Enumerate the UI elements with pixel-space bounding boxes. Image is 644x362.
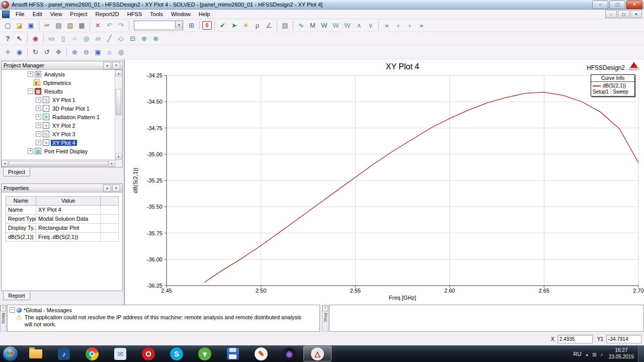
delete-icon[interactable]: ✕	[93, 20, 103, 31]
menu-help[interactable]: Help	[195, 10, 214, 19]
wave-peak-icon[interactable]: ∧	[354, 20, 364, 31]
property-value[interactable]: XY Plot 4	[36, 206, 101, 215]
scroll-thumb[interactable]	[9, 161, 108, 166]
wave-w1-icon[interactable]: W	[319, 20, 330, 31]
draw-polyline-icon[interactable]: ◇	[116, 33, 126, 44]
message-group-header[interactable]: − *Global - Messages	[10, 307, 317, 313]
zoom-window-icon[interactable]: ▣	[93, 47, 103, 57]
rotate-ccw-icon[interactable]: ↺	[42, 47, 52, 57]
globe-icon[interactable]: ◉	[14, 47, 25, 57]
show-desktop-button[interactable]	[638, 345, 644, 362]
expand-icon[interactable]: +	[36, 114, 41, 120]
tray-volume-icon[interactable]: ♪	[598, 352, 605, 357]
tray-network-icon[interactable]: ▥	[590, 352, 599, 357]
scroll-up-icon[interactable]: ▴	[115, 70, 122, 76]
tree-item-label[interactable]: XY Plot 1	[51, 97, 77, 103]
panel-collapse-icon[interactable]: ▴	[103, 62, 111, 69]
menu-window[interactable]: Window	[167, 10, 195, 19]
skype-icon[interactable]: S	[163, 345, 191, 362]
help-icon[interactable]: ?	[3, 33, 13, 44]
messages-side-tab[interactable]: ✕ Mess	[0, 305, 7, 332]
tree-item-label[interactable]: Results	[43, 88, 64, 95]
tree-item-label[interactable]: Port Field Display	[43, 148, 89, 154]
expand-icon[interactable]: +	[36, 131, 41, 137]
downloader-icon[interactable]: ▾	[191, 345, 219, 362]
scroll-left-icon[interactable]: ◂	[2, 160, 8, 167]
coordinate-axes-icon[interactable]: ✛	[3, 47, 13, 57]
menu-view[interactable]: View	[46, 10, 66, 19]
expand-icon[interactable]: +	[36, 123, 41, 128]
combo-arrow-icon[interactable]: ▾	[175, 21, 183, 29]
explorer-folder-icon[interactable]	[22, 345, 50, 362]
property-value[interactable]: Freq .dB(S(2,1))	[36, 233, 101, 242]
mdi-close-button[interactable]: ✕	[630, 10, 642, 18]
tree-item-analysis[interactable]: +⚙Analysis	[2, 70, 115, 78]
wave-w2-icon[interactable]: W	[331, 20, 341, 31]
last-arrow-icon[interactable]: »	[416, 20, 427, 31]
tree-item-label[interactable]: Optimetrics	[42, 80, 73, 86]
tree-item-label[interactable]: XY Plot 3	[51, 131, 77, 137]
draw-circle-icon[interactable]: ◎	[81, 33, 92, 44]
collapse-icon[interactable]: −	[28, 88, 33, 94]
tree-item-label[interactable]: XY Plot 4	[51, 140, 77, 146]
cut-icon[interactable]: ✂	[42, 20, 52, 31]
tree-item-3d-polar-plot-1[interactable]: +◔3D Polar Plot 1	[2, 104, 115, 113]
property-value[interactable]: Rectangular Plot	[36, 224, 101, 233]
backup-save-icon[interactable]	[219, 345, 247, 362]
menu-report2d[interactable]: Report2D	[92, 10, 123, 19]
tab-close-icon[interactable]: ✕	[323, 306, 328, 311]
tree-horizontal-scrollbar[interactable]: ◂ ▸	[2, 159, 115, 167]
tree-item-port-field-display[interactable]: +▥Port Field Display	[2, 147, 115, 155]
wave-m-icon[interactable]: M	[307, 20, 318, 31]
opera-icon[interactable]: O	[134, 345, 163, 362]
undo-icon[interactable]: ↶	[104, 20, 115, 31]
start-button[interactable]	[3, 346, 18, 361]
tree-item-xy-plot-2[interactable]: +∿XY Plot 2	[2, 121, 115, 130]
zero-order-icon[interactable]: 0	[202, 21, 212, 30]
notes-icon[interactable]: ▤	[280, 20, 290, 31]
intersect-icon[interactable]: ⊗	[150, 33, 161, 44]
spin-solve-icon[interactable]: ◉	[30, 33, 41, 44]
model-grid-icon[interactable]: ⊞	[186, 20, 197, 31]
menu-tools[interactable]: Tools	[146, 10, 167, 19]
zoom-in-icon[interactable]: ⊕	[69, 47, 80, 57]
fit-all-icon[interactable]: ⌂	[104, 47, 115, 57]
zoom-out-icon[interactable]: ⊖	[81, 47, 92, 57]
draw-box-icon[interactable]: ▭	[46, 33, 57, 44]
hfss-taskbar-icon[interactable]: △	[303, 346, 332, 361]
new-file-icon[interactable]: ▢	[3, 20, 13, 31]
panel-close-icon[interactable]: ✕	[112, 62, 120, 69]
menu-hfss[interactable]: HFSS	[123, 10, 146, 19]
tree-item-xy-plot-4[interactable]: +∿XY Plot 4	[2, 138, 115, 147]
tab-report[interactable]: Report	[3, 291, 30, 300]
scroll-thumb[interactable]	[116, 89, 121, 115]
prev-arrow-icon[interactable]: ‹	[393, 20, 404, 31]
tree-item-radiation-pattern-1[interactable]: +✳Radiation Pattern 1	[2, 113, 115, 121]
tab-close-icon[interactable]: ✕	[1, 306, 6, 311]
tree-item-optimetrics[interactable]: ◧Optimetrics	[2, 78, 115, 87]
panel-collapse-icon[interactable]: ▴	[103, 185, 111, 192]
optimetrics-run-icon[interactable]: ✳	[240, 20, 251, 31]
draw-sphere-icon[interactable]: ○	[69, 33, 80, 44]
fit-selection-icon[interactable]: ◎	[116, 47, 126, 57]
maximize-button[interactable]: ▢	[609, 1, 625, 9]
tree-item-results[interactable]: −▦Results	[2, 87, 115, 96]
media-app-icon[interactable]: ◉	[275, 345, 303, 362]
report-angle-icon[interactable]: ∠	[264, 20, 274, 31]
media-player-icon[interactable]: ♪	[50, 345, 78, 362]
wave-dip-icon[interactable]: ∨	[365, 20, 376, 31]
progress-side-tab[interactable]: ✕ Proc	[322, 305, 329, 332]
scroll-down-icon[interactable]: ▾	[115, 153, 122, 160]
mdi-restore-button[interactable]: ▢	[618, 10, 629, 18]
tab-project[interactable]: Project	[3, 167, 30, 176]
mail-icon[interactable]: ✉	[106, 345, 134, 362]
solution-data-icon[interactable]: ρ	[252, 20, 263, 31]
scroll-right-icon[interactable]: ▸	[109, 160, 115, 167]
print-icon[interactable]: ▦	[76, 20, 87, 31]
save-icon[interactable]: ▣	[26, 20, 36, 31]
tree-item-label[interactable]: Analysis	[43, 71, 66, 77]
minimize-button[interactable]: –	[592, 1, 608, 9]
pan-icon[interactable]: ✥	[53, 47, 64, 57]
expand-icon[interactable]: +	[28, 71, 33, 77]
tree-item-label[interactable]: XY Plot 2	[51, 123, 77, 129]
